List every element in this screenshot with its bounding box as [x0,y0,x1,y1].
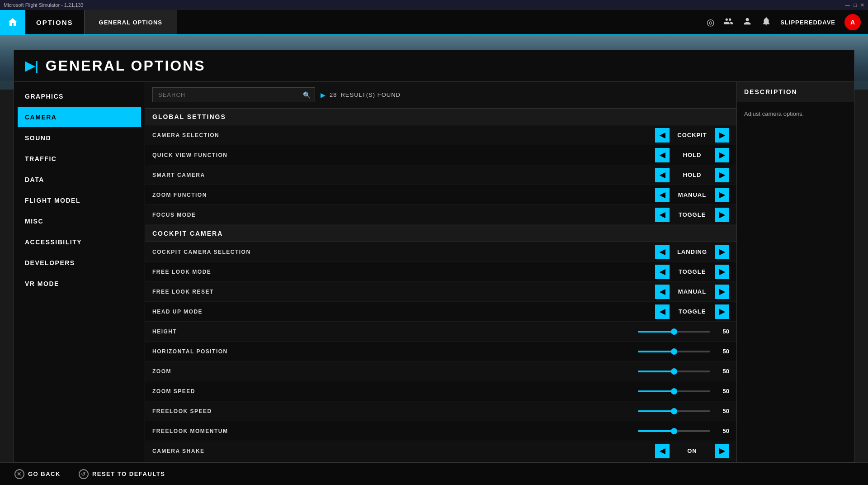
slider-thumb-zoom[interactable] [671,368,677,375]
go-back-button[interactable]: ✕ GO BACK [14,469,61,479]
setting-control-free-look-mode: ◀TOGGLE▶ [639,265,729,279]
prev-btn-smart-camera[interactable]: ◀ [655,168,670,182]
slider-track-zoom-speed[interactable] [638,390,710,392]
home-button[interactable] [0,10,25,35]
slider-control-zoom-speed: 50 [630,388,729,395]
prev-btn-quick-view-function[interactable]: ◀ [655,148,670,162]
setting-label-freelook-momentum: FREELOOK MOMENTUM [152,428,630,434]
setting-label-cockpit-camera-selection: COCKPIT CAMERA SELECTION [152,249,639,255]
maximize-button[interactable]: □ [854,2,857,8]
sidebar-item-traffic[interactable]: TRAFFIC [18,149,141,169]
sidebar-item-camera[interactable]: CAMERA [18,107,141,127]
next-btn-camera-selection[interactable]: ▶ [715,128,729,143]
slider-thumb-zoom-speed[interactable] [671,388,677,395]
tab-general-options[interactable]: GENERAL OPTIONS [84,10,177,34]
setting-row-free-look-reset: FREE LOOK RESET◀MANUAL▶ [145,282,736,302]
sidebar-item-flight-model[interactable]: FLIGHT MODEL [18,190,141,210]
search-input[interactable] [152,87,315,102]
slider-value-zoom: 50 [716,368,729,375]
setting-label-focus-mode: FOCUS MODE [152,212,639,218]
setting-label-height: HEIGHT [152,328,630,335]
topnav: OPTIONS GENERAL OPTIONS ◎ SLIPPEREDDAVE … [0,10,868,35]
prev-btn-cockpit-camera-selection[interactable]: ◀ [655,245,670,259]
description-header: DESCRIPTION [737,82,854,102]
value-focus-mode: TOGGLE [670,211,715,218]
slider-fill-freelook-speed [638,410,674,412]
value-smart-camera: HOLD [670,171,715,178]
next-btn-free-look-mode[interactable]: ▶ [715,265,729,279]
setting-row-smart-camera: SMART CAMERA◀HOLD▶ [145,165,736,185]
value-zoom-function: MANUAL [670,191,715,198]
setting-row-head-up-mode: HEAD UP MODE◀TOGGLE▶ [145,302,736,322]
sidebar-item-data[interactable]: DATA [18,170,141,190]
section-header-cockpit-camera: COCKPIT CAMERA [145,225,736,242]
setting-row-camera-selection: CAMERA SELECTION◀COCKPIT▶ [145,125,736,145]
username-label: SLIPPEREDDAVE [780,19,835,26]
settings-area: 🔍 ▶ 28 RESULT(S) FOUND GLOBAL SETTINGSCA… [145,82,736,462]
slider-track-height[interactable] [638,331,710,333]
setting-row-flashlight-mode: FLASHLIGHT MODE◀AUTO▶ [145,461,736,462]
value-quick-view-function: HOLD [670,152,715,158]
setting-control-camera-shake: ◀ON▶ [639,444,729,458]
next-btn-head-up-mode[interactable]: ▶ [715,304,729,319]
sidebar-item-accessibility[interactable]: ACCESSIBILITY [18,232,141,252]
minimize-button[interactable]: — [845,2,850,8]
slider-control-horizontal-position: 50 [630,348,729,355]
notification-icon[interactable] [761,16,771,29]
setting-control-free-look-reset: ◀MANUAL▶ [639,285,729,299]
slider-track-zoom[interactable] [638,371,710,372]
marketplace-icon[interactable]: ◎ [707,17,714,28]
sidebar-item-vr-mode[interactable]: VR MODE [18,274,141,294]
slider-value-height: 50 [716,328,729,335]
setting-row-freelook-speed: FREELOOK SPEED50 [145,401,736,421]
main-panel: 🔍 ▶ 28 RESULT(S) FOUND GLOBAL SETTINGSCA… [145,82,854,462]
sidebar-item-misc[interactable]: MISC [18,211,141,231]
close-button[interactable]: ✕ [860,2,864,8]
prev-btn-free-look-reset[interactable]: ◀ [655,285,670,299]
next-btn-camera-shake[interactable]: ▶ [715,444,729,458]
setting-label-zoom-function: ZOOM FUNCTION [152,192,639,198]
sidebar-item-developers[interactable]: DEVELOPERS [18,253,141,273]
slider-thumb-freelook-speed[interactable] [671,408,677,414]
search-bar: 🔍 ▶ 28 RESULT(S) FOUND [145,82,736,108]
prev-btn-head-up-mode[interactable]: ◀ [655,304,670,319]
next-btn-focus-mode[interactable]: ▶ [715,208,729,222]
page-title-bar: ▶| GENERAL OPTIONS [14,50,854,82]
description-panel: DESCRIPTION Adjust camera options. [736,82,854,462]
profile-icon[interactable] [742,16,752,29]
sections-container: GLOBAL SETTINGSCAMERA SELECTION◀COCKPIT▶… [145,108,736,462]
next-btn-smart-camera[interactable]: ▶ [715,168,729,182]
reset-label: RESET TO DEFAULTS [92,471,165,477]
setting-row-free-look-mode: FREE LOOK MODE◀TOGGLE▶ [145,262,736,282]
slider-value-zoom-speed: 50 [716,388,729,395]
prev-btn-free-look-mode[interactable]: ◀ [655,265,670,279]
prev-btn-focus-mode[interactable]: ◀ [655,208,670,222]
slider-thumb-freelook-momentum[interactable] [671,428,677,434]
next-btn-free-look-reset[interactable]: ▶ [715,285,729,299]
setting-label-head-up-mode: HEAD UP MODE [152,309,639,315]
next-btn-quick-view-function[interactable]: ▶ [715,148,729,162]
slider-thumb-horizontal-position[interactable] [671,348,677,355]
avatar[interactable]: A [844,14,861,30]
next-btn-cockpit-camera-selection[interactable]: ▶ [715,245,729,259]
reset-defaults-button[interactable]: ↺ RESET TO DEFAULTS [79,469,165,479]
setting-label-camera-shake: CAMERA SHAKE [152,448,639,454]
sidebar-item-sound[interactable]: SOUND [18,128,141,148]
prev-btn-camera-shake[interactable]: ◀ [655,444,670,458]
slider-thumb-height[interactable] [671,328,677,335]
slider-track-freelook-speed[interactable] [638,410,710,412]
slider-control-zoom: 50 [630,368,729,375]
main-content: ▶| GENERAL OPTIONS GRAPHICSCAMERASOUNDTR… [14,50,854,462]
next-btn-zoom-function[interactable]: ▶ [715,188,729,202]
titlebar-controls[interactable]: — □ ✕ [845,2,864,8]
setting-control-head-up-mode: ◀TOGGLE▶ [639,304,729,319]
slider-track-freelook-momentum[interactable] [638,430,710,432]
value-camera-selection: COCKPIT [670,132,715,138]
sidebar-item-graphics[interactable]: GRAPHICS [18,86,141,106]
slider-track-horizontal-position[interactable] [638,351,710,352]
prev-btn-zoom-function[interactable]: ◀ [655,188,670,202]
community-icon[interactable] [723,16,733,29]
setting-row-height: HEIGHT50 [145,322,736,342]
search-results-label: RESULT(S) FOUND [340,91,400,98]
prev-btn-camera-selection[interactable]: ◀ [655,128,670,143]
